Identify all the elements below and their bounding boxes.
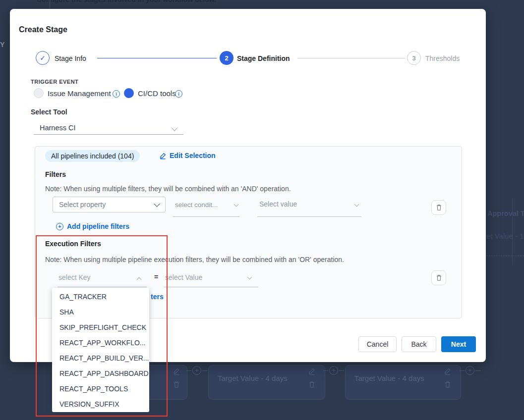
key-underline [58,287,147,287]
backdrop-card-label: Target Value - 4 days [354,374,424,382]
dropdown-option[interactable]: REACT_APP_DASHBOARD [52,366,149,381]
chevron-down-icon [154,201,160,207]
dropdown-option[interactable]: REACT_APP_WORKFLO... [52,335,149,351]
cancel-button[interactable]: Cancel [358,336,397,352]
trash-icon [173,381,180,388]
backdrop-card-label: Target Value - 4 days [218,374,288,382]
dropdown-option[interactable]: SKIP_PREFLIGHT_CHECK [52,320,149,335]
stepper-step1-label: Stage Info [55,54,86,62]
tool-select-value[interactable]: Harness CI [40,124,76,132]
edit-selection-link[interactable]: Edit Selection [159,152,216,159]
chevron-down-icon[interactable] [247,275,252,280]
back-button[interactable]: Back [402,336,436,352]
stepper-connector-2 [297,58,406,58]
screen: Configure the stages involved in your wo… [0,0,524,420]
trash-icon [308,381,315,388]
dropdown-option[interactable]: VERSION_SUFFIX [52,397,149,412]
backdrop-left-text-fragment: Y [0,41,4,49]
dropdown-option[interactable]: SHA [52,305,149,320]
execution-filters-title: Execution Filters [45,240,101,248]
stepper-step3-circle[interactable]: 3 [407,51,421,65]
backdrop-approval-column-header: Approval Time [487,210,524,217]
trash-icon [444,381,451,388]
select-exec-value-dropdown[interactable]: select Value [165,273,202,281]
dropdown-option[interactable]: GA_TRACKER [52,289,149,305]
create-stage-modal: Create Stage Stage Info 2 Stage Definiti… [10,9,486,362]
delete-execution-filter-button[interactable] [431,270,446,285]
equals-sign: = [154,273,158,281]
filters-note: Note: When using multiple filters, they … [45,185,291,193]
delete-filter-button[interactable] [431,200,446,215]
next-button[interactable]: Next [441,336,476,352]
pencil-icon [173,368,180,375]
plus-circle-icon [466,366,474,375]
radio-cicd-tools[interactable] [124,88,134,98]
add-pipeline-filters-label: Add pipeline filters [67,222,129,230]
trigger-event-label: TRIGGER EVENT [31,79,78,85]
plus-circle-icon [329,366,338,375]
select-condition-dropdown[interactable]: select condit... [175,201,218,209]
stepper-step2-circle[interactable]: 2 [220,51,233,65]
add-pipeline-filters-link[interactable]: Add pipeline filters [56,222,129,230]
condition-underline [173,216,239,217]
backdrop-target-value-fragment: et Value - 1 [486,232,524,240]
backdrop-divider [50,0,50,8]
key-dropdown-menu: GA_TRACKER SHA SKIP_PREFLIGHT_CHECK REAC… [52,288,149,412]
plus-circle-icon [56,223,63,230]
chevron-down-icon[interactable] [354,202,359,207]
radio-issue-management[interactable] [34,88,44,98]
stepper-step3-label: Thresholds [425,54,460,62]
page-title: Create Stage [19,25,67,34]
select-value-dropdown[interactable]: Select value [259,200,297,208]
backdrop-heading: Configure the stages involved in your wo… [37,0,216,3]
backdrop-add-stage-connector [460,366,482,375]
radio-cicd-tools-label[interactable]: CI/CD tools [138,89,176,98]
stepper-step2-label: Stage Definition [237,54,290,62]
backdrop-card: Target Value - 4 days [208,365,325,400]
stepper-step3-number: 3 [412,54,415,62]
info-icon[interactable] [175,90,182,98]
edit-selection-label: Edit Selection [170,152,216,159]
execution-filters-note: Note: When using multiple pipeline execu… [45,256,344,263]
backdrop-dashed-line [486,256,524,256]
stepper-step1-circle[interactable] [36,51,50,65]
backdrop-add-stage-connector [186,366,209,375]
dropdown-option[interactable]: REACT_APP_BUILD_VER... [52,351,149,366]
select-key-dropdown[interactable]: select Key [58,273,91,281]
filters-title: Filters [45,170,66,178]
dropdown-option[interactable]: REACT_APP_TOOLS [52,381,149,397]
info-icon[interactable] [113,90,120,98]
chevron-up-icon[interactable] [137,277,142,282]
backdrop-add-stage-connector [323,366,346,375]
pencil-icon [444,368,451,375]
edit-pencil-icon [159,152,167,159]
exec-value-underline [164,287,258,287]
select-property-placeholder: Select property [59,201,106,209]
pencil-icon [308,368,315,375]
plus-circle-icon [192,366,201,375]
chevron-down-icon[interactable] [234,202,239,207]
add-execution-filters-link-fragment[interactable]: ters [151,293,164,301]
select-tool-label: Select Tool [31,108,67,116]
value-underline [257,216,361,217]
stepper-connector-1 [97,58,217,58]
backdrop-card: Target Value - 4 days [345,365,461,400]
chevron-down-icon[interactable] [172,125,177,131]
select-property-dropdown[interactable]: Select property [53,197,166,212]
stepper-step2-number: 2 [225,54,228,62]
pipelines-included-chip: All pipelines included (104) [45,150,140,162]
radio-issue-management-label[interactable]: Issue Management [48,89,111,98]
tool-select-underline [34,134,183,135]
check-icon [40,54,46,62]
